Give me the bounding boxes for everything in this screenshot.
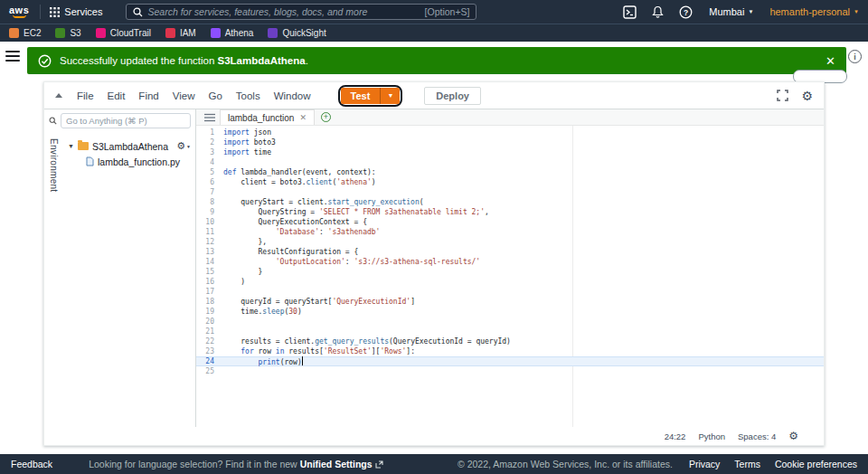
feedback-link[interactable]: Feedback: [11, 459, 52, 469]
services-grid-icon: [50, 7, 60, 17]
code-line[interactable]: 3import time: [196, 147, 824, 157]
menu-item-find[interactable]: Find: [138, 90, 158, 101]
menu-item-view[interactable]: View: [173, 90, 195, 101]
services-menu[interactable]: Services: [50, 6, 102, 17]
nav-divider: [40, 5, 41, 19]
deploy-button[interactable]: Deploy: [424, 87, 481, 105]
tree-file-row[interactable]: lambda_function.py: [62, 154, 195, 169]
code-line[interactable]: 2import boto3: [196, 137, 824, 147]
code-line[interactable]: 21: [196, 327, 824, 337]
code-line[interactable]: 1import json: [196, 128, 824, 137]
code-line[interactable]: 6 client = boto3.client('athena'): [196, 177, 824, 187]
footer-link-privacy[interactable]: Privacy: [689, 459, 720, 469]
fullscreen-icon[interactable]: [777, 90, 788, 101]
line-content: for row in results['ResultSet']['Rows']:: [223, 346, 415, 356]
line-number: 8: [196, 197, 214, 207]
aws-logo-text: aws: [9, 5, 29, 14]
code-line[interactable]: 19 time.sleep(30): [196, 307, 824, 317]
search-icon: [133, 7, 143, 17]
tree-folder-row[interactable]: ▼ S3LambdaAthena ⚙▼: [62, 138, 195, 154]
line-number: 24: [196, 356, 214, 366]
code-line[interactable]: 23 for row in results['ResultSet']['Rows…: [196, 346, 824, 356]
code-area[interactable]: 1import json2import boto33import time45d…: [196, 126, 824, 427]
code-line[interactable]: 17: [196, 287, 824, 297]
line-number: 10: [196, 217, 214, 227]
new-tab-plus-icon[interactable]: +: [321, 112, 331, 122]
aws-logo[interactable]: aws: [9, 5, 29, 18]
favorite-iam[interactable]: IAM: [165, 28, 196, 38]
menu-item-tools[interactable]: Tools: [236, 90, 260, 101]
environment-tab[interactable]: Environment: [44, 131, 62, 427]
unified-settings-link[interactable]: Unified Settings: [300, 459, 373, 469]
folder-expand-caret-icon[interactable]: ▼: [68, 143, 74, 149]
code-line[interactable]: 25: [196, 366, 824, 376]
line-content: import boto3: [223, 137, 276, 147]
cursor-position[interactable]: 24:22: [665, 431, 686, 441]
ec2-service-icon: [9, 28, 19, 38]
code-line[interactable]: 16 ): [196, 277, 824, 287]
editor-tabbar: lambda_function ✕ +: [196, 109, 824, 126]
language-mode[interactable]: Python: [698, 431, 725, 441]
editor-settings-gear-icon[interactable]: ⚙: [801, 90, 813, 102]
code-line[interactable]: 11 'Database': 's3athenadb': [196, 227, 824, 237]
code-line[interactable]: 8 queryStart = client.start_query_execut…: [196, 197, 824, 207]
file-tree: ▼ S3LambdaAthena ⚙▼ lambda_function.py: [62, 131, 195, 427]
favorite-ec2[interactable]: EC2: [9, 28, 41, 38]
cloudshell-icon[interactable]: [623, 5, 637, 19]
help-icon[interactable]: ?: [679, 5, 693, 19]
line-number: 25: [196, 366, 214, 376]
collapse-editor-icon[interactable]: [55, 93, 62, 98]
code-line[interactable]: 15 }: [196, 267, 824, 277]
folder-settings[interactable]: ⚙▼: [176, 141, 191, 151]
favorite-s3[interactable]: S3: [55, 28, 80, 38]
tab-close-icon[interactable]: ✕: [299, 113, 307, 122]
code-line[interactable]: 18 queryId = queryStart['QueryExecutionI…: [196, 297, 824, 307]
code-line[interactable]: 4: [196, 157, 824, 167]
code-line[interactable]: 7: [196, 187, 824, 197]
menu-item-file[interactable]: File: [77, 90, 94, 101]
info-panel-icon[interactable]: i: [848, 50, 862, 63]
global-search[interactable]: [Option+S]: [126, 4, 476, 20]
menu-item-edit[interactable]: Edit: [108, 90, 126, 101]
top-navigation-bar: aws Services [Option+S] ? Mumbai ▼ heman…: [0, 0, 868, 24]
test-dropdown-icon[interactable]: ▼: [380, 88, 400, 104]
favorite-athena[interactable]: Athena: [211, 28, 254, 38]
notifications-bell-icon[interactable]: [652, 5, 664, 18]
close-icon[interactable]: ✕: [826, 55, 835, 67]
favorite-cloudtrail[interactable]: CloudTrail: [96, 28, 151, 38]
code-line[interactable]: 22 results = client.get_query_results(Qu…: [196, 337, 824, 346]
region-selector[interactable]: Mumbai ▼: [709, 6, 753, 17]
goto-anything-input[interactable]: [61, 113, 191, 128]
quicksight-service-icon: [268, 28, 278, 38]
footer-link-terms[interactable]: Terms: [734, 459, 760, 469]
menu-item-window[interactable]: Window: [274, 90, 311, 101]
folder-icon: [78, 142, 89, 150]
line-content: def lambda_handler(event, context):: [223, 167, 376, 177]
line-content: ): [223, 277, 245, 287]
code-line[interactable]: 9 QueryString = 'SELECT * FROM s3athenat…: [196, 207, 824, 217]
line-number: 11: [196, 227, 214, 237]
code-line[interactable]: 24 print(row): [196, 356, 824, 366]
code-line[interactable]: 20: [196, 317, 824, 327]
search-input[interactable]: [147, 6, 420, 17]
code-line[interactable]: 10 QueryExecutionContext = {: [196, 217, 824, 227]
indentation-setting[interactable]: Spaces: 4: [738, 431, 776, 441]
line-number: 1: [196, 128, 214, 137]
code-line[interactable]: 14 'OutputLocation': 's3://s3-athena-sql…: [196, 257, 824, 267]
code-line[interactable]: 13 ResultConfiguration = {: [196, 247, 824, 257]
tab-lambda-function[interactable]: lambda_function ✕: [220, 109, 315, 125]
side-menu-hamburger-icon[interactable]: [5, 51, 20, 64]
line-content: results = client.get_query_results(Query…: [223, 337, 511, 346]
cloudtrail-service-icon: [96, 28, 106, 38]
line-content: ResultConfiguration = {: [223, 247, 358, 257]
code-lines: 1import json2import boto33import time45d…: [196, 128, 824, 376]
test-button[interactable]: Test: [341, 88, 381, 104]
code-line[interactable]: 5def lambda_handler(event, context):: [196, 167, 824, 177]
footer-link-cookie-preferences[interactable]: Cookie preferences: [775, 459, 857, 469]
menu-item-go[interactable]: Go: [208, 90, 222, 101]
code-line[interactable]: 12 },: [196, 237, 824, 247]
account-menu[interactable]: hemanth-personal ▼: [769, 6, 859, 17]
statusbar-gear-icon[interactable]: ⚙: [788, 431, 798, 441]
favorite-quicksight[interactable]: QuickSight: [268, 28, 326, 38]
tab-list-icon[interactable]: [204, 113, 215, 122]
